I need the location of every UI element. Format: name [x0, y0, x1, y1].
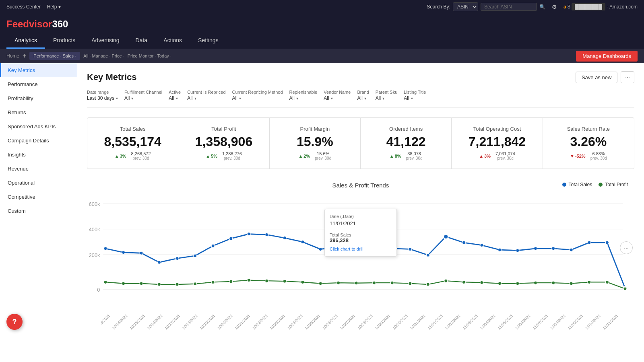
filter-fulfillment: Fulfillment Channel All▾ — [124, 90, 162, 101]
filter-repriced-select[interactable]: All▾ — [187, 95, 225, 101]
svg-text:10/31/2021: 10/31/2021 — [409, 313, 426, 331]
page-title: Key Metrics — [87, 72, 137, 82]
search-type-select[interactable]: ASIN — [453, 2, 478, 11]
svg-text:10/21/2021: 10/21/2021 — [234, 313, 251, 331]
nav-advertising[interactable]: Advertising — [83, 33, 127, 49]
sidebar-item-performance[interactable]: Performance — [0, 77, 77, 91]
filter-parent-sku: Parent Sku All▾ — [376, 90, 397, 101]
more-options-button[interactable]: ··· — [621, 71, 634, 83]
filter-parent-sku-select[interactable]: All▾ — [376, 95, 397, 101]
settings-icon[interactable]: ⚙ — [552, 4, 557, 10]
chart-more-icon[interactable]: ··· — [620, 241, 633, 254]
svg-point-14 — [211, 244, 215, 247]
svg-point-33 — [552, 247, 555, 250]
search-asin-group: Search By: ASIN 🔍 — [427, 2, 545, 11]
filter-active-select[interactable]: All▾ — [169, 95, 181, 101]
filters-bar: Date range Last 30 days▾ Fulfillment Cha… — [87, 90, 634, 108]
svg-point-45 — [229, 280, 233, 283]
svg-point-53 — [373, 281, 376, 284]
svg-point-58 — [462, 280, 465, 284]
save-as-new-button[interactable]: Save as new — [576, 72, 617, 83]
svg-text:10/24/2021: 10/24/2021 — [287, 313, 304, 331]
filter-date-range: Date range Last 30 days▾ — [87, 90, 118, 101]
breadcrumb-tab-3[interactable]: Price Monitor · Today · — [128, 53, 171, 58]
svg-point-59 — [480, 281, 483, 284]
sidebar-item-returns[interactable]: Returns — [0, 105, 77, 119]
nav-data[interactable]: Data — [128, 33, 156, 49]
tooltip-metric-sales: Total Sales 396,328 — [330, 232, 392, 243]
breadcrumb-home[interactable]: Home — [6, 53, 19, 59]
nav-settings[interactable]: Settings — [190, 33, 227, 49]
svg-point-25 — [409, 247, 412, 251]
svg-text:10/20/2021: 10/20/2021 — [217, 313, 234, 331]
svg-text:11/06/2021: 11/06/2021 — [514, 313, 532, 331]
sidebar-item-operational[interactable]: Operational — [0, 176, 77, 190]
success-center-link[interactable]: Success Center — [6, 4, 41, 10]
svg-point-30 — [498, 248, 501, 251]
nav-actions[interactable]: Actions — [155, 33, 190, 49]
help-fab[interactable]: ? — [6, 314, 23, 330]
question-icon: ? — [12, 318, 17, 326]
svg-text:11/11/2021: 11/11/2021 — [602, 313, 619, 331]
svg-point-65 — [588, 280, 591, 284]
svg-text:10/26/2021: 10/26/2021 — [322, 313, 339, 331]
breadcrumb-tab-1[interactable]: Performance · Sales · — [29, 52, 80, 60]
svg-text:11/10/2021: 11/10/2021 — [584, 313, 602, 331]
chart-legend: Total Sales Total Profit — [562, 182, 628, 187]
filter-brand-select[interactable]: All▾ — [357, 95, 369, 101]
add-tab-button[interactable]: + — [23, 52, 26, 60]
chart-title: Sales & Profit Trends — [332, 182, 389, 189]
svg-text:10/17/2021: 10/17/2021 — [164, 313, 181, 331]
sidebar-item-insights[interactable]: Insights — [0, 148, 77, 162]
svg-text:10/19/2021: 10/19/2021 — [199, 313, 216, 331]
sidebar-item-revenue[interactable]: Revenue — [0, 162, 77, 176]
svg-point-32 — [534, 247, 537, 250]
search-icon[interactable]: 🔍 — [539, 4, 545, 10]
nav-analytics[interactable]: Analytics — [6, 33, 45, 49]
filter-fulfillment-select[interactable]: All▾ — [124, 95, 162, 101]
filter-vendor-select[interactable]: All▾ — [324, 95, 351, 101]
svg-text:11/05/2021: 11/05/2021 — [497, 313, 514, 331]
tooltip-date-value: 11/01/2021 — [330, 220, 392, 229]
svg-text:10/27/2021: 10/27/2021 — [339, 313, 356, 331]
svg-point-40 — [140, 282, 143, 285]
svg-point-12 — [175, 257, 179, 260]
svg-point-26 — [426, 253, 429, 257]
filter-listing-title-select[interactable]: All▾ — [404, 95, 426, 101]
filter-listing-title: Listing Title All▾ — [404, 90, 426, 101]
chart-section: Sales & Profit Trends Total Sales Total … — [87, 182, 634, 336]
chart-tooltip: Date (.Date) 11/01/2021 Total Sales 396,… — [324, 209, 397, 257]
search-asin-input[interactable] — [481, 3, 537, 11]
svg-point-41 — [158, 283, 161, 286]
sidebar-item-campaign-details[interactable]: Campaign Details — [0, 134, 77, 148]
filter-brand-label: Brand — [357, 90, 369, 95]
sidebar-item-key-metrics[interactable]: Key Metrics — [0, 63, 77, 77]
manage-dashboards-button[interactable]: Manage Dashboards — [576, 51, 638, 62]
filter-date-select[interactable]: Last 30 days▾ — [87, 95, 118, 101]
kpi-ordered-items: Ordered Items 41,122 ▲ 8% 38,078 prev. 3… — [361, 118, 452, 169]
tooltip-date-label: Date (.Date) — [330, 214, 392, 219]
help-button[interactable]: Help ▾ — [47, 4, 61, 10]
logo-360: 360 — [52, 19, 68, 30]
chart-more-button[interactable]: ··· — [620, 241, 633, 254]
filter-replenishable-select[interactable]: All▾ — [289, 95, 318, 101]
sidebar-item-custom[interactable]: Custom — [0, 204, 77, 218]
sidebar-item-competitive[interactable]: Competitive — [0, 190, 77, 204]
breadcrumb-tab-2[interactable]: All · Manage · Price · — [83, 53, 124, 58]
svg-point-10 — [140, 251, 143, 255]
kpi-total-profit: Total Profit 1,358,906 ▲ 5% 1,288,276 pr… — [178, 118, 269, 169]
chart-container[interactable]: ··· 600k 400k 200k 0 — [87, 197, 634, 308]
sidebar-item-sponsored-ads[interactable]: Sponsored Ads KPIs — [0, 119, 77, 134]
filter-repriced-label: Current Is Repriced — [187, 90, 225, 95]
content-area: Key Metrics Save as new ··· Date range L… — [77, 63, 644, 344]
svg-point-47 — [265, 279, 268, 282]
top-bar-right: Search By: ASIN 🔍 ⚙ a $ ████████ - Amazo… — [427, 2, 638, 11]
svg-text:10/15/2021: 10/15/2021 — [129, 313, 146, 331]
nav-products[interactable]: Products — [45, 33, 83, 49]
sidebar-item-profitability[interactable]: Profitability — [0, 91, 77, 105]
main-content: Key Metrics Save as new ··· Date range L… — [77, 63, 644, 362]
svg-point-35 — [588, 241, 591, 244]
filter-repricing-method-select[interactable]: All▾ — [232, 95, 283, 101]
tooltip-drill-text[interactable]: Click chart to drill — [330, 247, 392, 251]
svg-point-8 — [104, 247, 107, 250]
